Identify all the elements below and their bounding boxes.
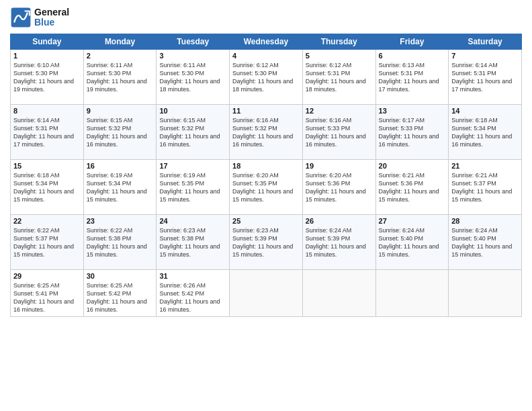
- calendar-cell: 16Sunrise: 6:19 AM Sunset: 5:34 PM Dayli…: [83, 160, 157, 215]
- calendar-cell: 22Sunrise: 6:22 AM Sunset: 5:37 PM Dayli…: [11, 215, 84, 270]
- calendar-cell: 6Sunrise: 6:13 AM Sunset: 5:31 PM Daylig…: [375, 50, 449, 105]
- day-number: 26: [306, 217, 373, 225]
- day-info: Sunrise: 6:20 AM Sunset: 5:36 PM Dayligh…: [306, 171, 373, 204]
- calendar-cell: 2Sunrise: 6:11 AM Sunset: 5:30 PM Daylig…: [83, 50, 157, 105]
- day-number: 15: [13, 162, 81, 170]
- day-info: Sunrise: 6:17 AM Sunset: 5:33 PM Dayligh…: [379, 116, 446, 149]
- calendar-cell: 12Sunrise: 6:16 AM Sunset: 5:33 PM Dayli…: [302, 105, 375, 160]
- day-number: 17: [159, 162, 226, 170]
- day-info: Sunrise: 6:21 AM Sunset: 5:37 PM Dayligh…: [451, 171, 519, 204]
- day-number: 27: [379, 217, 446, 225]
- calendar-cell: 8Sunrise: 6:14 AM Sunset: 5:31 PM Daylig…: [11, 105, 84, 160]
- calendar-cell: 19Sunrise: 6:20 AM Sunset: 5:36 PM Dayli…: [302, 160, 375, 215]
- calendar-week-3: 15Sunrise: 6:18 AM Sunset: 5:34 PM Dayli…: [11, 160, 522, 215]
- calendar-cell: 13Sunrise: 6:17 AM Sunset: 5:33 PM Dayli…: [375, 105, 449, 160]
- day-number: 4: [232, 52, 300, 60]
- calendar-cell: 23Sunrise: 6:22 AM Sunset: 5:38 PM Dayli…: [83, 215, 157, 270]
- day-number: 30: [87, 272, 154, 280]
- logo-icon: [10, 7, 32, 28]
- day-info: Sunrise: 6:13 AM Sunset: 5:31 PM Dayligh…: [379, 61, 446, 94]
- calendar-cell: 14Sunrise: 6:18 AM Sunset: 5:34 PM Dayli…: [449, 105, 522, 160]
- day-number: 11: [232, 107, 300, 115]
- day-info: Sunrise: 6:16 AM Sunset: 5:33 PM Dayligh…: [306, 116, 373, 149]
- day-number: 7: [451, 52, 519, 60]
- header: General Blue: [10, 7, 522, 28]
- day-number: 8: [13, 107, 81, 115]
- calendar-cell: 31Sunrise: 6:26 AM Sunset: 5:42 PM Dayli…: [157, 270, 230, 317]
- calendar-week-4: 22Sunrise: 6:22 AM Sunset: 5:37 PM Dayli…: [11, 215, 522, 270]
- calendar-cell: 29Sunrise: 6:25 AM Sunset: 5:41 PM Dayli…: [11, 270, 84, 317]
- logo-line2: Blue: [34, 17, 69, 28]
- calendar-cell: 18Sunrise: 6:20 AM Sunset: 5:35 PM Dayli…: [230, 160, 303, 215]
- day-number: 25: [232, 217, 300, 225]
- day-info: Sunrise: 6:18 AM Sunset: 5:34 PM Dayligh…: [13, 171, 81, 204]
- day-info: Sunrise: 6:18 AM Sunset: 5:34 PM Dayligh…: [451, 116, 519, 149]
- calendar-cell: 28Sunrise: 6:24 AM Sunset: 5:40 PM Dayli…: [449, 215, 522, 270]
- day-number: 20: [379, 162, 446, 170]
- day-info: Sunrise: 6:22 AM Sunset: 5:37 PM Dayligh…: [13, 226, 81, 259]
- page: General Blue SundayMondayTuesdayWednesda…: [0, 0, 532, 411]
- day-number: 12: [306, 107, 373, 115]
- calendar-cell: 17Sunrise: 6:19 AM Sunset: 5:35 PM Dayli…: [157, 160, 230, 215]
- day-info: Sunrise: 6:15 AM Sunset: 5:32 PM Dayligh…: [87, 116, 154, 149]
- calendar-header-sunday: Sunday: [11, 34, 84, 50]
- day-info: Sunrise: 6:23 AM Sunset: 5:38 PM Dayligh…: [159, 226, 226, 259]
- logo-line1: General: [34, 7, 69, 17]
- day-info: Sunrise: 6:23 AM Sunset: 5:39 PM Dayligh…: [232, 226, 300, 259]
- day-info: Sunrise: 6:14 AM Sunset: 5:31 PM Dayligh…: [13, 116, 81, 149]
- day-info: Sunrise: 6:15 AM Sunset: 5:32 PM Dayligh…: [159, 116, 226, 149]
- calendar-week-5: 29Sunrise: 6:25 AM Sunset: 5:41 PM Dayli…: [11, 270, 522, 317]
- day-number: 19: [306, 162, 373, 170]
- day-info: Sunrise: 6:14 AM Sunset: 5:31 PM Dayligh…: [451, 61, 519, 94]
- calendar-cell: 1Sunrise: 6:10 AM Sunset: 5:30 PM Daylig…: [11, 50, 84, 105]
- calendar-cell: 21Sunrise: 6:21 AM Sunset: 5:37 PM Dayli…: [449, 160, 522, 215]
- calendar-cell: 15Sunrise: 6:18 AM Sunset: 5:34 PM Dayli…: [11, 160, 84, 215]
- day-number: 10: [159, 107, 226, 115]
- logo: General Blue: [10, 7, 69, 28]
- day-info: Sunrise: 6:19 AM Sunset: 5:34 PM Dayligh…: [87, 171, 154, 204]
- day-info: Sunrise: 6:24 AM Sunset: 5:40 PM Dayligh…: [379, 226, 446, 259]
- calendar-cell: 4Sunrise: 6:12 AM Sunset: 5:30 PM Daylig…: [230, 50, 303, 105]
- calendar-header-monday: Monday: [83, 34, 157, 50]
- calendar-week-1: 1Sunrise: 6:10 AM Sunset: 5:30 PM Daylig…: [11, 50, 522, 105]
- calendar: SundayMondayTuesdayWednesdayThursdayFrid…: [10, 34, 522, 317]
- calendar-header-saturday: Saturday: [449, 34, 522, 50]
- calendar-header-tuesday: Tuesday: [157, 34, 230, 50]
- day-number: 18: [232, 162, 300, 170]
- calendar-week-2: 8Sunrise: 6:14 AM Sunset: 5:31 PM Daylig…: [11, 105, 522, 160]
- day-number: 14: [451, 107, 519, 115]
- day-info: Sunrise: 6:20 AM Sunset: 5:35 PM Dayligh…: [232, 171, 300, 204]
- calendar-cell: 20Sunrise: 6:21 AM Sunset: 5:36 PM Dayli…: [375, 160, 449, 215]
- day-number: 5: [306, 52, 373, 60]
- calendar-cell: 26Sunrise: 6:24 AM Sunset: 5:39 PM Dayli…: [302, 215, 375, 270]
- calendar-cell: [302, 270, 375, 317]
- day-info: Sunrise: 6:25 AM Sunset: 5:42 PM Dayligh…: [87, 281, 154, 314]
- calendar-cell: 27Sunrise: 6:24 AM Sunset: 5:40 PM Dayli…: [375, 215, 449, 270]
- day-number: 13: [379, 107, 446, 115]
- logo-text: General Blue: [34, 7, 69, 28]
- calendar-header-thursday: Thursday: [302, 34, 375, 50]
- calendar-cell: 3Sunrise: 6:11 AM Sunset: 5:30 PM Daylig…: [157, 50, 230, 105]
- calendar-cell: 11Sunrise: 6:16 AM Sunset: 5:32 PM Dayli…: [230, 105, 303, 160]
- day-number: 2: [87, 52, 154, 60]
- calendar-cell: [449, 270, 522, 317]
- day-number: 3: [159, 52, 226, 60]
- calendar-cell: 30Sunrise: 6:25 AM Sunset: 5:42 PM Dayli…: [83, 270, 157, 317]
- calendar-header-wednesday: Wednesday: [230, 34, 303, 50]
- day-number: 6: [379, 52, 446, 60]
- calendar-cell: [230, 270, 303, 317]
- header-row: SundayMondayTuesdayWednesdayThursdayFrid…: [11, 34, 522, 50]
- day-number: 29: [13, 272, 81, 280]
- day-info: Sunrise: 6:16 AM Sunset: 5:32 PM Dayligh…: [232, 116, 300, 149]
- calendar-cell: 24Sunrise: 6:23 AM Sunset: 5:38 PM Dayli…: [157, 215, 230, 270]
- day-number: 22: [13, 217, 81, 225]
- day-number: 28: [451, 217, 519, 225]
- day-number: 9: [87, 107, 154, 115]
- day-number: 16: [87, 162, 154, 170]
- day-info: Sunrise: 6:19 AM Sunset: 5:35 PM Dayligh…: [159, 171, 226, 204]
- day-number: 31: [159, 272, 226, 280]
- calendar-cell: [375, 270, 449, 317]
- day-info: Sunrise: 6:21 AM Sunset: 5:36 PM Dayligh…: [379, 171, 446, 204]
- calendar-cell: 10Sunrise: 6:15 AM Sunset: 5:32 PM Dayli…: [157, 105, 230, 160]
- day-info: Sunrise: 6:10 AM Sunset: 5:30 PM Dayligh…: [13, 61, 81, 94]
